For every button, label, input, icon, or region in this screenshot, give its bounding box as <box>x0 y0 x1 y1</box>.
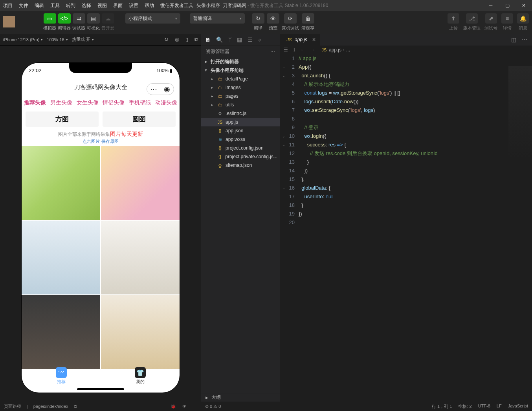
category-tab[interactable]: 男生头像 <box>49 98 74 108</box>
nav-recommend[interactable]: 〰推荐 <box>56 367 67 385</box>
struct-icon[interactable]: ☰ <box>248 37 253 43</box>
menu-设置[interactable]: 设置 <box>126 0 141 11</box>
shape-circle[interactable]: 圆图 <box>103 111 176 127</box>
shape-square[interactable]: 方图 <box>26 111 99 127</box>
tree-item[interactable]: ≋app.wxss <box>201 135 280 144</box>
menu-工具[interactable]: 工具 <box>47 0 63 11</box>
record-icon[interactable]: ◎ <box>175 37 179 43</box>
rtool-上传[interactable]: ⬆ <box>448 13 459 24</box>
status-item[interactable]: 空格: 2 <box>458 404 471 409</box>
category-tab[interactable]: 手机壁纸 <box>127 98 153 108</box>
refresh-icon[interactable]: ↻ <box>164 37 169 43</box>
split-icon[interactable]: ◫ <box>511 37 516 43</box>
zoom-select[interactable]: 100% 16 ▾ <box>47 37 68 42</box>
editor-tab-appjs[interactable]: JS app.js ✕ <box>282 34 320 46</box>
tree-item[interactable]: ▸🗀utils <box>201 100 280 109</box>
plugin-icon[interactable]: ⟐ <box>258 37 261 43</box>
files-icon[interactable]: 🗎 <box>205 37 211 43</box>
notice-line: 图片全部来源于网络采集图片每天更新 <box>22 131 180 138</box>
bookmark-icon[interactable]: ⟟ <box>294 47 295 53</box>
back-icon[interactable]: ← <box>301 47 305 53</box>
avatar-cell[interactable] <box>101 146 180 220</box>
menu-项目[interactable]: 项目 <box>0 0 16 11</box>
js-icon: JS <box>217 120 223 124</box>
rtool-详情[interactable]: ≡ <box>501 13 513 24</box>
avatar-cell[interactable] <box>101 295 180 369</box>
close-icon[interactable]: ✕ <box>312 37 316 42</box>
tree-item[interactable]: ▸🗀images <box>201 83 280 92</box>
eye-icon[interactable]: 👁 <box>182 404 187 409</box>
tree-item[interactable]: {}project.config.json <box>201 144 280 152</box>
category-tab[interactable]: 动漫头像 <box>153 98 179 108</box>
copy-path-icon[interactable]: ⧉ <box>74 404 77 409</box>
avatar-cell[interactable] <box>22 146 100 220</box>
menu-视图[interactable]: 视图 <box>94 0 110 11</box>
more-icon[interactable]: ⋯ <box>270 49 275 54</box>
section-project[interactable]: ▼头像小程序前端 <box>201 66 280 75</box>
tree-item[interactable]: {}app.json <box>201 126 280 135</box>
tree-item[interactable]: {}sitemap.json <box>201 161 280 170</box>
tree-item[interactable]: ⚙.eslintrc.js <box>201 109 280 118</box>
rtool-测试号[interactable]: ⬈ <box>485 13 497 24</box>
status-item[interactable]: 行 1，列 1 <box>432 404 452 409</box>
copy-icon[interactable]: ⧉ <box>194 37 198 43</box>
more-icon[interactable]: ⋯ <box>193 404 197 409</box>
simulator-toggle[interactable]: ▭ <box>44 13 56 24</box>
git-icon[interactable]: ᛘ <box>228 37 231 43</box>
bug-icon[interactable]: 🐞 <box>171 404 176 409</box>
tree-item[interactable]: JSapp.js <box>201 118 280 126</box>
window-close[interactable]: ✕ <box>515 0 532 11</box>
status-item[interactable]: UTF-8 <box>478 404 490 409</box>
debugger-toggle[interactable]: ⇉ <box>73 13 85 24</box>
window-maximize[interactable]: ▢ <box>499 0 515 11</box>
tool-清缓存[interactable]: 🗑 <box>302 13 314 24</box>
category-tab[interactable]: 女生头像 <box>75 98 100 108</box>
cloud-dev[interactable]: ☁ <box>102 13 114 24</box>
menu-文件[interactable]: 文件 <box>16 0 31 11</box>
menu-编辑[interactable]: 编辑 <box>31 0 47 11</box>
problems[interactable]: ⊘ 0 ⚠ 0 <box>205 404 221 409</box>
avatar-cell[interactable] <box>101 221 180 294</box>
menu-选择[interactable]: 选择 <box>79 0 94 11</box>
capsule-button[interactable]: ⋯◉ <box>147 83 174 95</box>
tool-预览[interactable]: 👁 <box>267 13 279 24</box>
window-minimize[interactable]: ─ <box>482 0 499 11</box>
menu-帮助[interactable]: 帮助 <box>141 0 157 11</box>
editor-toggle[interactable]: </> <box>58 13 71 24</box>
menu-界面[interactable]: 界面 <box>110 0 126 11</box>
rtool-消息[interactable]: 🔔 <box>517 13 529 24</box>
page-path[interactable]: pages/index/index <box>33 404 68 409</box>
menu-微信开发者工具[interactable]: 微信开发者工具 <box>157 0 196 11</box>
section-outline[interactable]: ▶大纲 <box>201 393 280 402</box>
compile-select[interactable]: 普通编译▾ <box>190 13 245 24</box>
nav-mine[interactable]: 👕我的 <box>135 367 146 385</box>
code-area[interactable]: // app.jsApp({ onLaunch() { // 展示本地存储能力 … <box>299 54 532 402</box>
sim-statusbar: 页面路径| pages/index/index ⧉ 🐞 👁 ⋯ <box>0 402 201 411</box>
visual-toggle[interactable]: ▤ <box>87 13 100 24</box>
mode-select[interactable]: 小程序模式▾ <box>125 13 180 24</box>
avatar-cell[interactable] <box>22 295 100 369</box>
rtool-版本管理[interactable]: ⎇ <box>466 13 478 24</box>
ext-icon[interactable]: ▦ <box>237 37 242 43</box>
tool-真机调试[interactable]: ⟳ <box>284 13 297 24</box>
search-icon[interactable]: 🔍 <box>216 37 223 43</box>
phone-icon[interactable]: ▯ <box>185 37 188 43</box>
tree-item[interactable]: ▸🗀detailPage <box>201 75 280 83</box>
tool-编译[interactable]: ↻ <box>252 13 264 24</box>
avatar-cell[interactable] <box>22 221 100 294</box>
status-item[interactable]: LF <box>497 404 502 409</box>
minimap[interactable] <box>508 66 532 184</box>
status-item[interactable]: JavaScript <box>508 404 528 409</box>
gutter-menu-icon[interactable]: ☰ <box>284 47 288 53</box>
section-open-editors[interactable]: ▶打开的编辑器 <box>201 57 280 66</box>
tree-item[interactable]: {}project.private.config.js... <box>201 152 280 161</box>
reload-select[interactable]: 热重载 开 ▾ <box>72 37 94 42</box>
account-avatar[interactable] <box>3 16 15 27</box>
menu-转到[interactable]: 转到 <box>63 0 79 11</box>
device-select[interactable]: iPhone 12/13 (Pro) ▾ <box>3 37 43 42</box>
category-tab[interactable]: 推荐头像 <box>22 98 48 108</box>
category-tab[interactable]: 情侣头像 <box>101 98 127 108</box>
tree-item[interactable]: ▸🗀pages <box>201 92 280 100</box>
more-icon[interactable]: ⋯ <box>522 37 527 43</box>
forward-icon[interactable]: → <box>311 47 316 53</box>
